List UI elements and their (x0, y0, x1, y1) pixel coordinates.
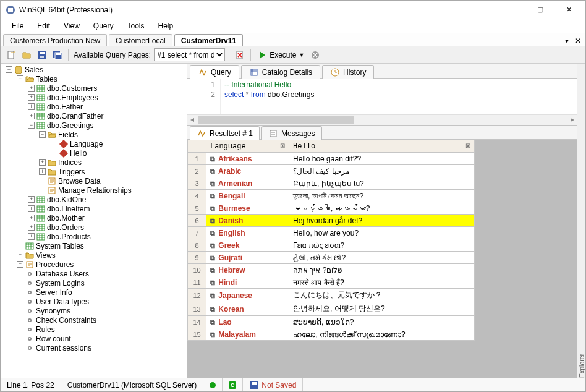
execute-button[interactable]: Execute ▼ (255, 48, 307, 62)
status-connected-dot (203, 378, 223, 391)
svg-point-27 (29, 273, 31, 275)
result-tab[interactable]: Resultset # 1 (190, 126, 260, 140)
svg-rect-1 (8, 8, 13, 12)
tabs-scroll-button[interactable]: ▾ (562, 36, 572, 46)
play-icon (257, 50, 267, 60)
delete-query-button[interactable] (233, 48, 247, 62)
tree-table[interactable]: +dbo.GrandFather (28, 111, 185, 121)
col-header[interactable]: Language⊠ (206, 140, 289, 153)
tree-item[interactable]: Database Users (17, 269, 185, 278)
menu-query[interactable]: Query (87, 20, 120, 32)
tree-field[interactable]: Hello (50, 148, 185, 158)
tabs-close-button[interactable]: ✕ (573, 36, 583, 46)
tree-table[interactable]: +dbo.Father (28, 102, 185, 111)
result-tabs: Resultset # 1Messages (187, 125, 577, 140)
table-row[interactable]: 1⧉ AfrikaansHello hoe gaan dit?? (188, 153, 475, 165)
tree-item[interactable]: Manage Relationships (39, 185, 185, 195)
table-row[interactable]: 3⧉ ArmenianԲարև, ինչպես tu? (188, 177, 475, 190)
save-button[interactable] (35, 48, 49, 62)
code-editor[interactable]: 12 -- International Hello select * from … (187, 79, 577, 114)
folder-icon (48, 158, 56, 167)
tree-table[interactable]: +dbo.Products (28, 232, 185, 241)
new-button[interactable] (4, 48, 18, 62)
tree-scroll[interactable]: −Sales−Tables+dbo.Customers+dbo.Employee… (1, 64, 187, 378)
cell-language: ⧉ Greek (206, 239, 289, 252)
editor-tab-catalog-details[interactable]: Catalog Details (241, 65, 320, 79)
table-row[interactable]: 14⧉ Laoສະບາຍດີ, ແນວໃດ? (188, 316, 475, 328)
close-button[interactable]: ✕ (554, 1, 583, 19)
tree-table[interactable]: +dbo.Orders (28, 223, 185, 232)
script-icon (25, 260, 34, 269)
menu-tools[interactable]: Tools (121, 20, 151, 32)
table-row[interactable]: 13⧉ Korean안녕하세요, 어떻게 당신은? (188, 302, 475, 316)
tree-item[interactable]: User Data types (17, 297, 185, 306)
tree-tables[interactable]: −Tables (17, 74, 185, 83)
table-row[interactable]: 9⧉ Gujratiહેલો, તમે કેમ છો? (188, 252, 475, 264)
table-row[interactable]: 12⧉ Japaneseこんにちは、元気ですか？ (188, 289, 475, 302)
open-button[interactable] (20, 48, 33, 62)
table-row[interactable]: 10⧉ Hebrewשלום? איך אתה (188, 264, 475, 276)
table-row[interactable]: 5⧉ Burmeseမင်္ဂလာပါ, နေကောင်းလား? (188, 202, 475, 215)
tree-table[interactable]: +dbo.KidOne (28, 195, 185, 204)
table-row[interactable]: 7⧉ EnglishHello, how are you? (188, 227, 475, 239)
menu-edit[interactable]: Edit (31, 20, 56, 32)
tree-item[interactable]: Rules (17, 325, 185, 334)
tree-item[interactable]: Server Info (17, 288, 185, 297)
query-pages-label: Available Query Pages: (72, 51, 152, 59)
cell-hello: こんにちは、元気ですか？ (289, 289, 475, 302)
result-tab[interactable]: Messages (261, 126, 322, 140)
file-tab[interactable]: CustomerDrv11 (174, 34, 243, 46)
table-row[interactable]: 8⧉ GreekΓεια πώς είσαι? (188, 239, 475, 252)
explorer-panel-handle[interactable]: Explorer (577, 64, 585, 378)
svg-rect-21 (37, 215, 45, 221)
tree-table-greetings[interactable]: −dbo.Greetings (28, 121, 185, 130)
table-row[interactable]: 6⧉ DanishHej hvordan går det? (188, 215, 475, 227)
tree-item[interactable]: +Indices (39, 158, 185, 167)
app-icon (6, 5, 15, 15)
svg-rect-46 (270, 130, 276, 137)
save-icon (249, 380, 259, 390)
query-pages-select[interactable]: #1 select * from dt (154, 48, 225, 61)
tree-field[interactable]: Language (50, 139, 185, 148)
table-row[interactable]: 11⧉ Hindiनमस्ते आप कैसे हैं? (188, 276, 475, 289)
tree-procedures[interactable]: +Procedures (17, 260, 185, 269)
tree-database[interactable]: −Sales (6, 65, 185, 74)
svg-rect-24 (26, 243, 33, 249)
tree-item[interactable]: +Triggers (39, 167, 185, 176)
table-row[interactable]: 2⧉ Arabicمرحبا كيف الحال؟ (188, 165, 475, 177)
tree-system-tables[interactable]: System Tables (17, 241, 185, 250)
tree-item[interactable]: Browse Data (39, 176, 185, 185)
cell-hello: Hello hoe gaan dit?? (289, 153, 475, 165)
col-header[interactable]: Hello⊠ (289, 140, 475, 153)
table-row[interactable]: 4⧉ Bengaliহ্যালো, আপনি কেমন আছেন? (188, 190, 475, 202)
menu-file[interactable]: File (6, 20, 30, 32)
tree-fields[interactable]: −Fields (39, 130, 185, 139)
file-tab[interactable]: CustomerLocal (109, 34, 172, 46)
save-all-button[interactable] (51, 48, 64, 62)
tree-table[interactable]: +dbo.LineItem (28, 204, 185, 213)
maximize-button[interactable]: ▢ (526, 1, 554, 19)
file-tab[interactable]: Customers Production New (3, 34, 107, 46)
tree-item[interactable]: Check Constraints (17, 315, 185, 325)
table-row[interactable]: 15⧉ Malayalamഹലോ, നിങ്ങൾക്ക് സുഖമാണോ? (188, 328, 475, 341)
tree-table[interactable]: +dbo.Employees (28, 93, 185, 102)
tree-views[interactable]: +Views (17, 250, 185, 260)
tree-table[interactable]: +dbo.Customers (28, 83, 185, 93)
svg-rect-14 (37, 104, 45, 110)
tree-item[interactable]: Row count (17, 334, 185, 343)
tree-item[interactable]: Synonyms (17, 306, 185, 315)
menu-view[interactable]: View (57, 20, 86, 32)
svg-rect-19 (37, 197, 45, 203)
tree-item[interactable]: Current sessions (17, 343, 185, 352)
tree-table[interactable]: +dbo.Mother (28, 213, 185, 223)
editor-tab-query[interactable]: Query (190, 65, 239, 79)
editor-tab-history[interactable]: History (322, 65, 374, 79)
app-title: WinSQL 64bit (Professional) (19, 6, 498, 14)
tree-item[interactable]: System Logins (17, 278, 185, 288)
minimize-button[interactable]: — (498, 1, 526, 19)
table-icon (36, 121, 45, 130)
stop-button[interactable] (308, 48, 322, 62)
menu-help[interactable]: Help (152, 20, 180, 32)
editor-hscroll[interactable]: ◂▸ (187, 114, 577, 125)
result-grid[interactable]: Language⊠Hello⊠1⧉ AfrikaansHello hoe gaa… (187, 140, 577, 378)
